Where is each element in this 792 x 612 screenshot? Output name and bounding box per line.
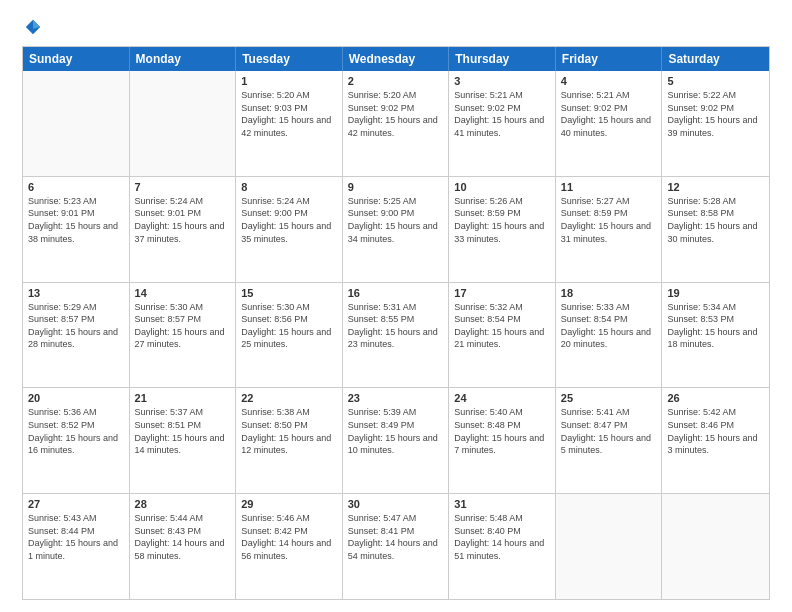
logo-icon: [24, 18, 42, 36]
header: [22, 18, 770, 36]
day-number: 23: [348, 392, 444, 404]
day-info: Sunrise: 5:43 AM Sunset: 8:44 PM Dayligh…: [28, 512, 124, 562]
calendar-cell-27: 27Sunrise: 5:43 AM Sunset: 8:44 PM Dayli…: [23, 494, 130, 599]
day-number: 20: [28, 392, 124, 404]
calendar-body: 1Sunrise: 5:20 AM Sunset: 9:03 PM Daylig…: [23, 71, 769, 599]
calendar-row-3: 20Sunrise: 5:36 AM Sunset: 8:52 PM Dayli…: [23, 387, 769, 493]
day-number: 12: [667, 181, 764, 193]
day-info: Sunrise: 5:37 AM Sunset: 8:51 PM Dayligh…: [135, 406, 231, 456]
day-info: Sunrise: 5:20 AM Sunset: 9:02 PM Dayligh…: [348, 89, 444, 139]
day-info: Sunrise: 5:30 AM Sunset: 8:56 PM Dayligh…: [241, 301, 337, 351]
day-info: Sunrise: 5:47 AM Sunset: 8:41 PM Dayligh…: [348, 512, 444, 562]
calendar-cell-19: 19Sunrise: 5:34 AM Sunset: 8:53 PM Dayli…: [662, 283, 769, 388]
day-number: 3: [454, 75, 550, 87]
calendar-cell-29: 29Sunrise: 5:46 AM Sunset: 8:42 PM Dayli…: [236, 494, 343, 599]
calendar-cell-16: 16Sunrise: 5:31 AM Sunset: 8:55 PM Dayli…: [343, 283, 450, 388]
day-number: 27: [28, 498, 124, 510]
header-day-wednesday: Wednesday: [343, 47, 450, 71]
day-number: 21: [135, 392, 231, 404]
day-number: 8: [241, 181, 337, 193]
day-info: Sunrise: 5:25 AM Sunset: 9:00 PM Dayligh…: [348, 195, 444, 245]
calendar: SundayMondayTuesdayWednesdayThursdayFrid…: [22, 46, 770, 600]
calendar-cell-13: 13Sunrise: 5:29 AM Sunset: 8:57 PM Dayli…: [23, 283, 130, 388]
day-number: 10: [454, 181, 550, 193]
calendar-cell-14: 14Sunrise: 5:30 AM Sunset: 8:57 PM Dayli…: [130, 283, 237, 388]
calendar-cell-9: 9Sunrise: 5:25 AM Sunset: 9:00 PM Daylig…: [343, 177, 450, 282]
day-info: Sunrise: 5:28 AM Sunset: 8:58 PM Dayligh…: [667, 195, 764, 245]
calendar-cell-10: 10Sunrise: 5:26 AM Sunset: 8:59 PM Dayli…: [449, 177, 556, 282]
calendar-row-1: 6Sunrise: 5:23 AM Sunset: 9:01 PM Daylig…: [23, 176, 769, 282]
logo-text: [22, 18, 42, 36]
calendar-row-2: 13Sunrise: 5:29 AM Sunset: 8:57 PM Dayli…: [23, 282, 769, 388]
day-number: 25: [561, 392, 657, 404]
day-number: 26: [667, 392, 764, 404]
day-number: 30: [348, 498, 444, 510]
day-info: Sunrise: 5:30 AM Sunset: 8:57 PM Dayligh…: [135, 301, 231, 351]
day-number: 29: [241, 498, 337, 510]
day-number: 22: [241, 392, 337, 404]
day-info: Sunrise: 5:44 AM Sunset: 8:43 PM Dayligh…: [135, 512, 231, 562]
day-info: Sunrise: 5:22 AM Sunset: 9:02 PM Dayligh…: [667, 89, 764, 139]
day-info: Sunrise: 5:40 AM Sunset: 8:48 PM Dayligh…: [454, 406, 550, 456]
calendar-cell-12: 12Sunrise: 5:28 AM Sunset: 8:58 PM Dayli…: [662, 177, 769, 282]
day-number: 13: [28, 287, 124, 299]
day-number: 5: [667, 75, 764, 87]
logo: [22, 18, 42, 36]
day-number: 4: [561, 75, 657, 87]
day-number: 14: [135, 287, 231, 299]
day-info: Sunrise: 5:23 AM Sunset: 9:01 PM Dayligh…: [28, 195, 124, 245]
calendar-cell-21: 21Sunrise: 5:37 AM Sunset: 8:51 PM Dayli…: [130, 388, 237, 493]
day-info: Sunrise: 5:38 AM Sunset: 8:50 PM Dayligh…: [241, 406, 337, 456]
day-info: Sunrise: 5:21 AM Sunset: 9:02 PM Dayligh…: [561, 89, 657, 139]
calendar-row-0: 1Sunrise: 5:20 AM Sunset: 9:03 PM Daylig…: [23, 71, 769, 176]
calendar-cell-empty-6: [662, 494, 769, 599]
calendar-cell-1: 1Sunrise: 5:20 AM Sunset: 9:03 PM Daylig…: [236, 71, 343, 176]
calendar-cell-empty-0: [23, 71, 130, 176]
calendar-cell-4: 4Sunrise: 5:21 AM Sunset: 9:02 PM Daylig…: [556, 71, 663, 176]
day-info: Sunrise: 5:39 AM Sunset: 8:49 PM Dayligh…: [348, 406, 444, 456]
day-number: 15: [241, 287, 337, 299]
day-number: 19: [667, 287, 764, 299]
page: SundayMondayTuesdayWednesdayThursdayFrid…: [0, 0, 792, 612]
calendar-cell-17: 17Sunrise: 5:32 AM Sunset: 8:54 PM Dayli…: [449, 283, 556, 388]
calendar-cell-empty-1: [130, 71, 237, 176]
day-info: Sunrise: 5:48 AM Sunset: 8:40 PM Dayligh…: [454, 512, 550, 562]
day-number: 17: [454, 287, 550, 299]
day-info: Sunrise: 5:33 AM Sunset: 8:54 PM Dayligh…: [561, 301, 657, 351]
calendar-cell-30: 30Sunrise: 5:47 AM Sunset: 8:41 PM Dayli…: [343, 494, 450, 599]
calendar-cell-18: 18Sunrise: 5:33 AM Sunset: 8:54 PM Dayli…: [556, 283, 663, 388]
day-info: Sunrise: 5:46 AM Sunset: 8:42 PM Dayligh…: [241, 512, 337, 562]
day-info: Sunrise: 5:26 AM Sunset: 8:59 PM Dayligh…: [454, 195, 550, 245]
calendar-cell-11: 11Sunrise: 5:27 AM Sunset: 8:59 PM Dayli…: [556, 177, 663, 282]
calendar-cell-24: 24Sunrise: 5:40 AM Sunset: 8:48 PM Dayli…: [449, 388, 556, 493]
day-number: 7: [135, 181, 231, 193]
calendar-cell-28: 28Sunrise: 5:44 AM Sunset: 8:43 PM Dayli…: [130, 494, 237, 599]
day-number: 16: [348, 287, 444, 299]
calendar-header: SundayMondayTuesdayWednesdayThursdayFrid…: [23, 47, 769, 71]
calendar-cell-23: 23Sunrise: 5:39 AM Sunset: 8:49 PM Dayli…: [343, 388, 450, 493]
day-info: Sunrise: 5:34 AM Sunset: 8:53 PM Dayligh…: [667, 301, 764, 351]
day-number: 24: [454, 392, 550, 404]
calendar-cell-25: 25Sunrise: 5:41 AM Sunset: 8:47 PM Dayli…: [556, 388, 663, 493]
day-info: Sunrise: 5:20 AM Sunset: 9:03 PM Dayligh…: [241, 89, 337, 139]
day-info: Sunrise: 5:21 AM Sunset: 9:02 PM Dayligh…: [454, 89, 550, 139]
header-day-monday: Monday: [130, 47, 237, 71]
day-number: 9: [348, 181, 444, 193]
day-info: Sunrise: 5:36 AM Sunset: 8:52 PM Dayligh…: [28, 406, 124, 456]
calendar-cell-5: 5Sunrise: 5:22 AM Sunset: 9:02 PM Daylig…: [662, 71, 769, 176]
day-info: Sunrise: 5:27 AM Sunset: 8:59 PM Dayligh…: [561, 195, 657, 245]
day-number: 6: [28, 181, 124, 193]
day-number: 1: [241, 75, 337, 87]
header-day-friday: Friday: [556, 47, 663, 71]
day-number: 28: [135, 498, 231, 510]
calendar-cell-26: 26Sunrise: 5:42 AM Sunset: 8:46 PM Dayli…: [662, 388, 769, 493]
calendar-cell-8: 8Sunrise: 5:24 AM Sunset: 9:00 PM Daylig…: [236, 177, 343, 282]
calendar-cell-2: 2Sunrise: 5:20 AM Sunset: 9:02 PM Daylig…: [343, 71, 450, 176]
day-info: Sunrise: 5:32 AM Sunset: 8:54 PM Dayligh…: [454, 301, 550, 351]
calendar-cell-3: 3Sunrise: 5:21 AM Sunset: 9:02 PM Daylig…: [449, 71, 556, 176]
calendar-cell-15: 15Sunrise: 5:30 AM Sunset: 8:56 PM Dayli…: [236, 283, 343, 388]
day-info: Sunrise: 5:29 AM Sunset: 8:57 PM Dayligh…: [28, 301, 124, 351]
day-number: 31: [454, 498, 550, 510]
day-info: Sunrise: 5:42 AM Sunset: 8:46 PM Dayligh…: [667, 406, 764, 456]
calendar-cell-31: 31Sunrise: 5:48 AM Sunset: 8:40 PM Dayli…: [449, 494, 556, 599]
